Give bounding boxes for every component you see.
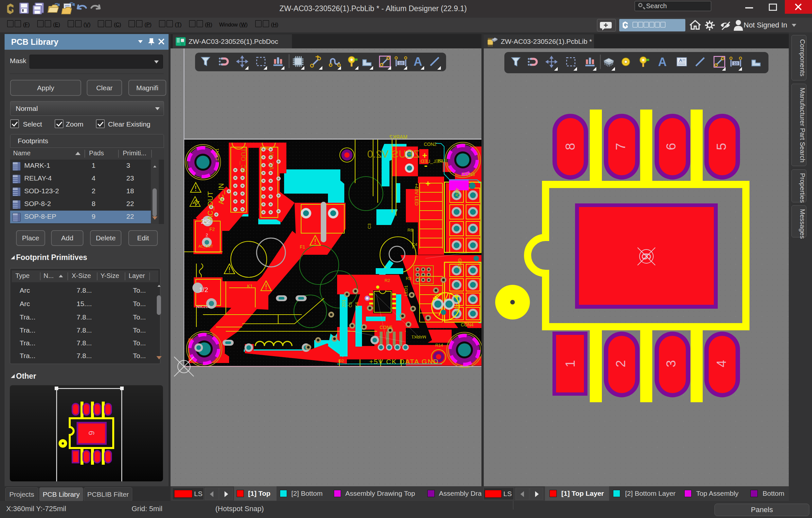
svg-text:48V: 48V bbox=[455, 188, 460, 197]
svg-text:GND: GND bbox=[457, 258, 463, 270]
svg-text:AC_IN: AC_IN bbox=[217, 183, 225, 204]
svg-text:3: 3 bbox=[664, 360, 678, 367]
svg-text:9: 9 bbox=[87, 431, 96, 435]
svg-text:C5: C5 bbox=[348, 302, 353, 307]
svg-text:F2: F2 bbox=[209, 226, 215, 232]
svg-text:ZEUS V2.0: ZEUS V2.0 bbox=[367, 148, 419, 160]
svg-text:C6: C6 bbox=[354, 302, 359, 307]
svg-text:6: 6 bbox=[664, 143, 678, 150]
svg-text:N0C21A: N0C21A bbox=[196, 305, 210, 309]
svg-text:2/2: 2/2 bbox=[201, 218, 210, 225]
svg-text:+: + bbox=[426, 179, 430, 188]
svg-text:-: - bbox=[424, 160, 428, 171]
svg-text:MARK1: MARK1 bbox=[411, 335, 426, 339]
svg-text:AC_IN: AC_IN bbox=[268, 152, 275, 170]
svg-text:AC_OUT: AC_OUT bbox=[239, 148, 247, 173]
svg-text:R3: R3 bbox=[406, 276, 411, 281]
svg-text:4: 4 bbox=[714, 360, 729, 367]
svg-text:CON2: CON2 bbox=[424, 142, 437, 147]
svg-text:K1: K1 bbox=[247, 283, 253, 289]
svg-text:R6: R6 bbox=[407, 227, 413, 233]
svg-text:2: 2 bbox=[206, 233, 208, 237]
svg-text:AC_OUT: AC_OUT bbox=[198, 244, 213, 248]
svg-text:CON3: CON3 bbox=[462, 172, 475, 177]
svg-text:48V: 48V bbox=[455, 304, 460, 313]
svg-text:+: + bbox=[455, 292, 460, 301]
svg-text:C3: C3 bbox=[367, 223, 372, 229]
svg-text:F1: F1 bbox=[300, 244, 306, 249]
svg-text:5: 5 bbox=[714, 143, 729, 150]
svg-text:+: + bbox=[433, 293, 438, 303]
svg-text:LED1: LED1 bbox=[404, 285, 408, 296]
svg-text:+48V LED: +48V LED bbox=[414, 183, 419, 206]
svg-text:C4: C4 bbox=[412, 242, 417, 247]
svg-text:R14: R14 bbox=[435, 343, 443, 347]
svg-text:2: 2 bbox=[613, 360, 628, 367]
svg-text:AC_OUT: AC_OUT bbox=[206, 191, 214, 220]
svg-text:R2: R2 bbox=[384, 278, 390, 283]
svg-text:+: + bbox=[422, 150, 427, 160]
svg-text:1: 1 bbox=[563, 360, 577, 367]
svg-text:1/2: 1/2 bbox=[199, 286, 208, 293]
svg-text:D2: D2 bbox=[339, 358, 344, 363]
svg-text:ZD1: ZD1 bbox=[341, 299, 346, 307]
svg-text:8: 8 bbox=[563, 143, 577, 150]
svg-text:7: 7 bbox=[613, 143, 628, 150]
svg-text:CON5: CON5 bbox=[380, 325, 393, 330]
svg-text:R12: R12 bbox=[438, 158, 446, 163]
svg-text:CON4: CON4 bbox=[461, 322, 473, 327]
svg-text:CON1: CON1 bbox=[215, 149, 220, 160]
